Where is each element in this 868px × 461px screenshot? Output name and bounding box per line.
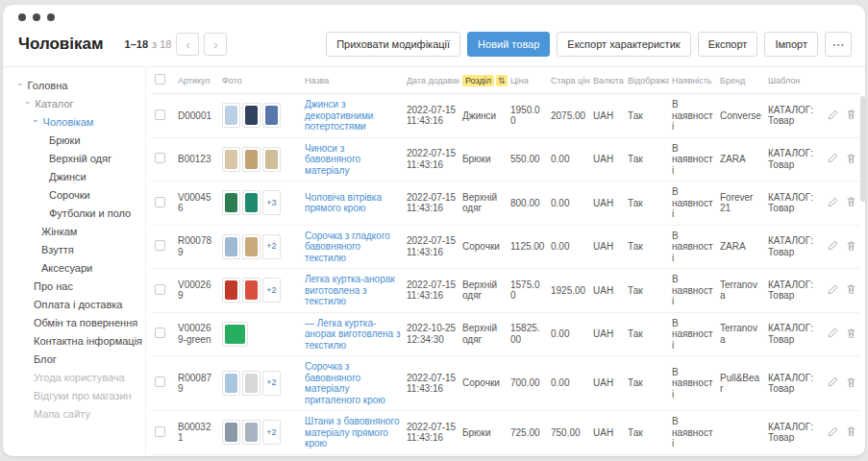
sidebar-item[interactable]: Мапа сайту xyxy=(7,404,145,423)
column-header-name[interactable]: Назва xyxy=(302,67,404,94)
sort-icon[interactable]: ⇅ xyxy=(496,75,508,86)
product-photo[interactable] xyxy=(222,190,240,215)
column-header-photo[interactable]: Фото xyxy=(219,67,302,94)
sidebar-item[interactable]: Оплата і доставка xyxy=(7,295,145,313)
product-name-link[interactable]: — Легка куртка-анорак виготовлена з текс… xyxy=(305,318,401,351)
row-checkbox[interactable] xyxy=(155,328,165,338)
sidebar-item[interactable]: Аксесуари xyxy=(7,258,145,277)
edit-button[interactable] xyxy=(828,284,838,298)
sidebar-item[interactable]: Обмін та повернення xyxy=(7,313,145,331)
row-checkbox[interactable] xyxy=(155,426,165,437)
sidebar-item[interactable]: Про нас xyxy=(7,277,145,295)
new-product-button[interactable]: Новий товар xyxy=(467,32,550,57)
column-header-date-added[interactable]: Дата додавання xyxy=(404,67,459,94)
window-control-dot[interactable] xyxy=(18,13,26,21)
edit-button[interactable] xyxy=(828,109,838,123)
product-name-link[interactable]: Легка куртка-анорак виготовлена з тексти… xyxy=(305,274,395,306)
product-name-link[interactable]: Сорочка з гладкого бавовняного текстилю xyxy=(305,230,390,263)
edit-button[interactable] xyxy=(828,240,838,254)
product-name-link[interactable]: Чиноси з бавовняного матеріалу xyxy=(305,143,360,176)
product-photo[interactable] xyxy=(222,278,240,303)
delete-button[interactable] xyxy=(846,283,856,298)
product-photo[interactable] xyxy=(242,278,260,303)
product-photo[interactable] xyxy=(222,322,248,347)
product-photo[interactable] xyxy=(222,103,240,128)
row-checkbox[interactable] xyxy=(155,376,165,387)
product-name-link[interactable]: Сорочка з бавовняного матеріалу притален… xyxy=(305,361,385,405)
sidebar-item[interactable]: ⌄ Головна xyxy=(7,76,145,94)
edit-button[interactable] xyxy=(828,197,838,210)
delete-button[interactable] xyxy=(846,328,856,342)
more-photos-badge[interactable]: +2 xyxy=(262,420,281,445)
product-photo[interactable] xyxy=(262,147,281,172)
product-photo[interactable] xyxy=(242,234,260,259)
product-photo[interactable] xyxy=(242,420,260,445)
row-checkbox[interactable] xyxy=(155,153,165,163)
more-photos-badge[interactable]: +2 xyxy=(262,278,281,303)
delete-button[interactable] xyxy=(846,153,856,167)
sidebar-item[interactable]: Контактна інформація xyxy=(7,331,145,350)
edit-button[interactable] xyxy=(828,376,838,390)
window-control-dot[interactable] xyxy=(47,13,55,21)
sidebar-item[interactable]: ⌄ Каталог xyxy=(7,94,145,112)
sidebar-item[interactable]: Жінкам xyxy=(7,222,145,240)
more-actions-button[interactable]: ⋯ xyxy=(825,32,852,57)
edit-button[interactable] xyxy=(828,153,838,166)
delete-button[interactable] xyxy=(846,240,856,255)
column-header-old-price[interactable]: Стара ціна xyxy=(548,67,590,94)
more-photos-badge[interactable]: +3 xyxy=(262,190,281,215)
product-photo[interactable] xyxy=(242,103,260,128)
sidebar-item[interactable]: Сорочки xyxy=(7,185,145,204)
product-name-link[interactable]: Штани з бавовняного матеріалу прямого кр… xyxy=(305,416,400,449)
column-header-template[interactable]: Шаблон xyxy=(765,67,819,94)
edit-button[interactable] xyxy=(828,426,838,440)
sidebar-item[interactable]: Футболки и поло xyxy=(7,204,145,222)
row-checkbox[interactable] xyxy=(155,197,165,207)
sidebar-item[interactable]: Брюки xyxy=(7,131,145,149)
scrollbar-thumb[interactable] xyxy=(860,96,865,202)
sidebar-item[interactable]: Джинси xyxy=(7,167,145,185)
row-checkbox[interactable] xyxy=(155,109,165,120)
product-photo[interactable] xyxy=(242,190,260,215)
column-header-display[interactable]: Відображати xyxy=(625,67,669,94)
hide-modifications-button[interactable]: Приховати модифікації xyxy=(326,32,460,57)
column-header-availability[interactable]: Наявність xyxy=(669,67,717,94)
product-photo[interactable] xyxy=(262,103,281,128)
product-photo[interactable] xyxy=(242,147,260,172)
column-header-brand[interactable]: Бренд xyxy=(717,67,765,94)
export-button[interactable]: Експорт xyxy=(698,32,758,57)
import-button[interactable]: Імпорт xyxy=(764,32,818,57)
delete-button[interactable] xyxy=(846,376,856,391)
row-checkbox[interactable] xyxy=(155,284,165,295)
sidebar-item[interactable]: Взуття xyxy=(7,240,145,258)
product-photo[interactable] xyxy=(242,371,260,396)
delete-button[interactable] xyxy=(846,109,856,123)
sidebar-item[interactable]: Блог xyxy=(7,350,145,368)
sidebar-item[interactable]: Відгуки про магазин xyxy=(7,386,145,404)
product-name-link[interactable]: Джинси з декоративними потертостями xyxy=(305,99,373,132)
column-header-price[interactable]: Ціна xyxy=(508,67,548,94)
product-photo[interactable] xyxy=(222,420,240,445)
column-header-article[interactable]: Артикул xyxy=(175,67,219,94)
more-photos-badge[interactable]: +2 xyxy=(262,234,281,259)
sidebar-item[interactable]: Верхній одяг xyxy=(7,149,145,167)
row-checkbox[interactable] xyxy=(155,240,165,251)
window-control-dot[interactable] xyxy=(33,13,40,21)
vertical-scrollbar[interactable] xyxy=(860,96,865,451)
sidebar-item[interactable]: ⌄ Чоловікам xyxy=(7,112,145,131)
column-header-currency[interactable]: Валюта xyxy=(590,67,625,94)
edit-button[interactable] xyxy=(828,328,838,341)
product-photo[interactable] xyxy=(222,371,240,396)
delete-button[interactable] xyxy=(846,196,856,210)
export-characteristics-button[interactable]: Експорт характеристик xyxy=(557,32,690,57)
sidebar-item[interactable]: Угода користувача xyxy=(7,368,145,386)
delete-button[interactable] xyxy=(846,425,856,440)
select-all-checkbox[interactable] xyxy=(155,74,165,85)
more-photos-badge[interactable]: +2 xyxy=(262,371,281,396)
product-photo[interactable] xyxy=(222,234,240,259)
pagination-next-button[interactable]: › xyxy=(204,33,227,56)
product-photo[interactable] xyxy=(222,147,240,172)
column-header-section[interactable]: Розділ⇅ xyxy=(459,67,508,94)
pagination-prev-button[interactable]: ‹ xyxy=(176,33,199,56)
product-name-link[interactable]: Чоловіча вітрівка прямого крою xyxy=(305,192,382,214)
